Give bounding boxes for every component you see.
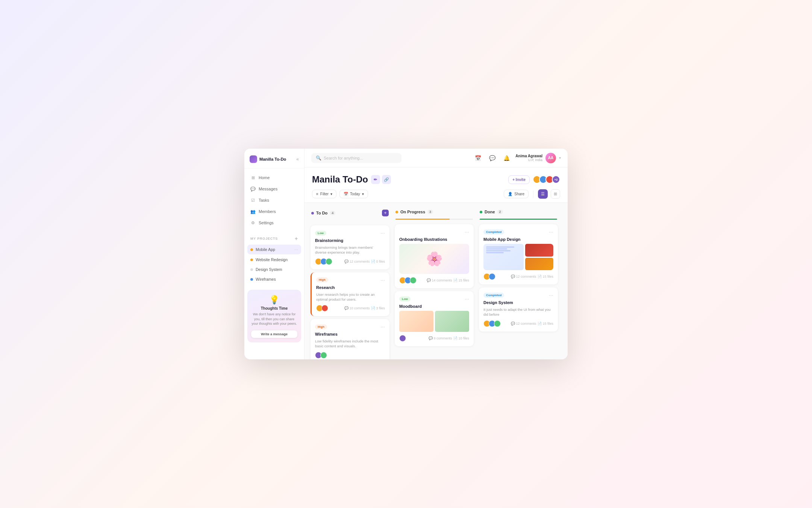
project-dot — [250, 268, 253, 271]
list-view-button[interactable]: ☰ — [538, 189, 548, 199]
board-header: Manila To-Do ✏ 🔗 + Invite +2 — [304, 167, 568, 203]
sidebar-item-home[interactable]: ⊞ Home — [247, 172, 301, 183]
moodboard-images — [399, 311, 469, 332]
file-icon: 📄 — [538, 322, 542, 325]
user-info[interactable]: Anima Agrawal U.P, India AA ▾ — [515, 153, 561, 163]
card-footer: 💬 9 comments 📄 10 files — [399, 335, 469, 342]
sidebar-header: Manilla To-Do « — [244, 149, 304, 169]
avatar — [494, 320, 501, 327]
add-card-todo-button[interactable]: + — [382, 210, 389, 216]
file-icon: 📄 — [538, 275, 542, 278]
column-done: Done 2 Completed ··· Mobile App Design — [479, 208, 558, 354]
card-desc: It just needs to adapt the UI from what … — [483, 307, 553, 317]
today-button[interactable]: 📅 Today ▾ — [339, 190, 368, 198]
file-icon: 📄 — [371, 260, 375, 263]
card-meta: 💬 12 comments 📄 15 files — [511, 322, 553, 325]
bell-button[interactable]: 🔔 — [501, 153, 512, 163]
card-more-button[interactable]: ··· — [380, 277, 385, 283]
project-label: Wireframes — [256, 277, 276, 281]
sidebar-item-label: Settings — [259, 221, 274, 225]
checklist-icon: ☑ — [250, 198, 256, 203]
card-top: ··· — [399, 229, 469, 235]
column-todo: To Do 4 + Low ··· Brainstorming Brainsto… — [311, 208, 389, 354]
collapse-button[interactable]: « — [296, 157, 299, 162]
column-title-done: Done — [485, 210, 495, 214]
card-title: Onboarding Illustrations — [399, 237, 469, 242]
link-button[interactable]: 🔗 — [382, 175, 391, 184]
filter-button[interactable]: ≡ Filter ▾ — [312, 190, 336, 198]
card-more-button[interactable]: ··· — [465, 296, 469, 302]
card-title: Brainstorming — [315, 238, 385, 243]
card-avatars — [316, 305, 328, 312]
card-footer — [315, 352, 385, 359]
card-top: Low ··· — [315, 230, 385, 236]
comment-icon: 💬 — [427, 278, 431, 282]
avatar-count: +2 — [552, 175, 560, 184]
sidebar-item-members[interactable]: 👥 Members — [247, 206, 301, 217]
card-meta: 💬 10 comments 📄 3 files — [344, 306, 385, 310]
card-more-button[interactable]: ··· — [465, 229, 469, 235]
file-icon: 📄 — [371, 306, 375, 310]
search-box[interactable]: 🔍 Search for anything... — [311, 153, 401, 163]
card-image-orange — [525, 258, 553, 271]
board-title-row: Manila To-Do ✏ 🔗 + Invite +2 — [312, 174, 560, 185]
write-message-button[interactable]: Write a message — [251, 330, 297, 338]
calendar-button[interactable]: 📅 — [473, 153, 483, 163]
card-more-button[interactable]: ··· — [549, 292, 553, 298]
column-count-inprogress: 3 — [427, 210, 433, 214]
card-more-button[interactable]: ··· — [380, 230, 385, 236]
card-images-small — [525, 244, 553, 270]
card-desc: Brainstorming brings team members' diver… — [315, 245, 385, 255]
card-brainstorming: Low ··· Brainstorming Brainstorming brin… — [311, 225, 389, 269]
column-header-inprogress: On Progress 3 — [395, 208, 474, 216]
topbar-icons: 📅 💬 🔔 Anima Agrawal U.P, India AA ▾ — [473, 153, 561, 163]
project-item-website-redesign[interactable]: Website Redesign — [247, 255, 301, 264]
divider — [533, 190, 533, 198]
user-dropdown-icon[interactable]: ▾ — [559, 156, 561, 160]
card-more-button[interactable]: ··· — [549, 229, 553, 235]
project-more-button[interactable]: ··· — [294, 247, 298, 252]
card-footer: 💬 14 comments 📄 15 files — [399, 277, 469, 284]
sidebar-logo: Manilla To-Do — [250, 155, 286, 163]
column-inprogress: On Progress 3 ··· Onboarding Illustratio… — [395, 208, 474, 354]
completed-badge: Completed — [483, 293, 504, 298]
screen-lines — [485, 245, 522, 254]
share-button[interactable]: 👤 Share — [504, 190, 529, 198]
chat-button[interactable]: 💬 — [487, 153, 497, 163]
project-item-design-system[interactable]: Design System — [247, 265, 301, 274]
card-title: Moodboard — [399, 304, 469, 309]
invite-button[interactable]: + Invite — [508, 175, 530, 184]
sidebar-item-settings[interactable]: ⚙ Settings — [247, 217, 301, 228]
sidebar-item-messages[interactable]: 💬 Messages — [247, 184, 301, 194]
card-footer: 💬 10 comments 📄 3 files — [316, 305, 385, 312]
grid-view-button[interactable]: ⊞ — [551, 189, 560, 199]
edit-title-button[interactable]: ✏ — [371, 175, 380, 184]
app-window: Manilla To-Do « ⊞ Home 💬 Messages ☑ Task… — [244, 149, 568, 359]
card-top: Completed ··· — [483, 292, 553, 298]
add-project-button[interactable]: + — [295, 236, 298, 242]
sidebar-item-tasks[interactable]: ☑ Tasks — [247, 195, 301, 205]
card-avatars — [399, 335, 406, 342]
card-images-grid — [483, 244, 553, 270]
column-progress-inprogress — [395, 219, 473, 220]
card-design-system: Completed ··· Design System It just need… — [479, 287, 558, 332]
today-dropdown-icon: ▾ — [362, 192, 364, 196]
card-meta: 💬 9 comments 📄 10 files — [429, 336, 469, 340]
completed-badge: Completed — [483, 230, 504, 234]
priority-badge: Low — [315, 231, 326, 236]
avatar-stack: +2 — [533, 175, 560, 184]
moodboard-img-2 — [435, 311, 469, 332]
project-item-wireframes[interactable]: Wireframes — [247, 275, 301, 284]
files-count: 📄 10 files — [453, 336, 469, 340]
card-title: Wireframes — [315, 332, 385, 336]
avatar — [410, 277, 417, 284]
file-icon: 📄 — [453, 278, 458, 282]
project-item-mobile-app[interactable]: Mobile App ··· — [247, 245, 301, 254]
share-icon: 👤 — [508, 192, 512, 196]
card-desc: Low fidelity wireframes include the most… — [315, 339, 385, 349]
card-more-button[interactable]: ··· — [380, 324, 385, 330]
file-icon: 📄 — [453, 336, 458, 340]
column-dot — [311, 212, 314, 214]
card-top: High ··· — [316, 277, 385, 283]
card-image-main — [483, 244, 524, 270]
